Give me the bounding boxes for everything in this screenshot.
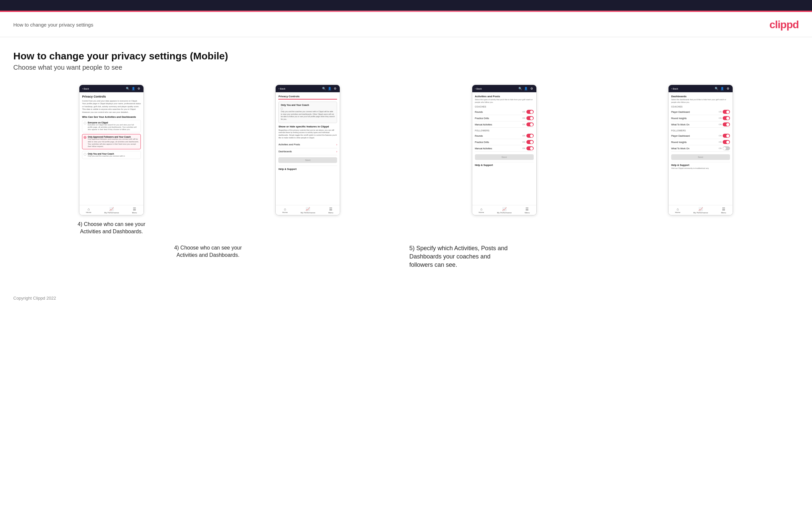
followers-practice-toggle[interactable]	[526, 140, 534, 144]
radio-label-1: Everyone on Clippd	[88, 121, 139, 124]
person-icon-2[interactable]: 👤	[327, 87, 332, 91]
footer-menu-label-2: Menu	[328, 212, 334, 214]
followers-practice-on-label: ON	[522, 141, 525, 143]
caption-1: 4) Choose who can see your Activities an…	[75, 221, 148, 236]
coaches-rounds-row: Rounds ON	[475, 109, 534, 115]
footer-menu-3[interactable]: ☰ Menu	[525, 207, 530, 214]
coaches-round-insights-label: Round Insights	[671, 117, 687, 119]
chart-icon-2: 📈	[306, 207, 310, 211]
settings-icon-3[interactable]: ⚙	[530, 87, 534, 91]
radio-desc-1: Everyone on Clippd can search for you an…	[88, 124, 139, 131]
footer-performance-2[interactable]: 📈 My Performance	[301, 207, 315, 214]
radio-text-3: Only You and Your Coach Only you and the…	[88, 153, 125, 157]
followers-round-insights-on-label: ON	[719, 141, 722, 143]
save-button-2[interactable]: Save	[278, 157, 337, 163]
followers-rounds-toggle[interactable]	[526, 134, 534, 138]
search-icon-4[interactable]: 🔍	[715, 87, 719, 91]
back-label-3: Back	[476, 87, 482, 90]
menu-dashboards[interactable]: Dashboards ›	[278, 148, 337, 155]
followers-player-dashboard-toggle[interactable]	[723, 134, 730, 138]
followers-what-to-work-row: What To Work On ON	[671, 145, 730, 152]
footer-home-2[interactable]: ⌂ Home	[282, 207, 288, 214]
person-icon-3[interactable]: 👤	[524, 87, 528, 91]
settings-icon-4[interactable]: ⚙	[726, 87, 730, 91]
coaches-player-dashboard-toggle[interactable]	[723, 110, 730, 114]
coaches-what-to-work-row: What To Work On ON	[671, 121, 730, 128]
coaches-round-insights-toggle-container: ON	[719, 116, 730, 120]
save-button-3[interactable]: Save	[475, 154, 534, 160]
footer-performance-3[interactable]: 📈 My Performance	[497, 207, 512, 214]
footer-home-label-4: Home	[675, 211, 680, 213]
top-bar	[0, 0, 812, 12]
footer-menu-label-3: Menu	[525, 212, 530, 214]
followers-round-insights-toggle[interactable]	[723, 140, 730, 144]
help-support-label-2: Help & Support	[278, 168, 337, 171]
coaches-practice-toggle[interactable]	[526, 116, 534, 120]
followers-what-to-work-label: What To Work On	[671, 147, 690, 150]
radio-circle-2	[84, 136, 86, 139]
footer-performance-label-4: My Performance	[694, 212, 708, 214]
followers-what-to-work-toggle[interactable]	[723, 146, 730, 150]
copyright-text: Copyright Clippd 2022	[13, 296, 56, 301]
menu-icon-2: ☰	[329, 207, 333, 211]
footer-menu-label-4: Menu	[721, 212, 726, 214]
footer-menu-1[interactable]: ☰ Menu	[132, 207, 137, 214]
footer-menu-4[interactable]: ☰ Menu	[721, 207, 726, 214]
person-icon-4[interactable]: 👤	[720, 87, 724, 91]
footer-home-label-1: Home	[86, 211, 91, 213]
back-button-1[interactable]: ‹ Back	[82, 87, 89, 90]
coaches-round-insights-row: Round Insights ON	[671, 115, 730, 121]
radio-approved[interactable]: Only Approved Followers and Your Coach O…	[82, 134, 141, 149]
search-icon-3[interactable]: 🔍	[518, 87, 522, 91]
radio-circle-1	[84, 122, 86, 124]
footer-performance-4[interactable]: 📈 My Performance	[694, 207, 708, 214]
followers-what-to-work-on-label: ON	[719, 147, 722, 149]
footer-menu-2[interactable]: ☰ Menu	[328, 207, 334, 214]
followers-rounds-toggle-container: ON	[522, 134, 534, 138]
coaches-round-insights-on-label: ON	[719, 117, 722, 119]
person-icon[interactable]: 👤	[131, 87, 135, 91]
coaches-group-label-3: COACHES	[475, 106, 534, 108]
coaches-manual-toggle-container: ON	[522, 122, 534, 126]
coaches-rounds-toggle-container: ON	[522, 110, 534, 114]
arrow-icon-1: ›	[336, 143, 337, 146]
save-button-4[interactable]: Save	[671, 154, 730, 160]
followers-player-dashboard-on-label: ON	[719, 135, 722, 137]
radio-everyone[interactable]: Everyone on Clippd Everyone on Clippd ca…	[82, 120, 141, 132]
phone-mockup-4: ‹ Back 🔍 👤 ⚙ Dashboards Select the dashb…	[668, 84, 733, 215]
coaches-what-to-work-toggle[interactable]	[723, 122, 730, 126]
footer-performance-label-2: My Performance	[301, 212, 315, 214]
search-icon[interactable]: 🔍	[125, 87, 130, 91]
footer-home-1[interactable]: ⌂ Home	[86, 207, 91, 214]
radio-only-you[interactable]: Only You and Your Coach Only you and the…	[82, 151, 141, 159]
phone-footer-1: ⌂ Home 📈 My Performance ☰ Menu	[80, 205, 144, 215]
back-button-3[interactable]: ‹ Back	[475, 87, 482, 90]
coaches-manual-toggle[interactable]	[526, 122, 534, 126]
footer-performance-label-1: My Performance	[104, 212, 119, 214]
home-icon-4: ⌂	[676, 207, 679, 211]
back-button-4[interactable]: ‹ Back	[671, 87, 678, 90]
phone-body-2: Privacy Controls Only You and Your Coach…	[276, 92, 340, 205]
popup-box: Only You and Your Coach Only you and the…	[278, 102, 337, 123]
search-icon-2[interactable]: 🔍	[322, 87, 326, 91]
footer-performance-1[interactable]: 📈 My Performance	[104, 207, 119, 214]
menu-activities[interactable]: Activities and Posts ›	[278, 142, 337, 148]
followers-practice-toggle-container: ON	[522, 140, 534, 144]
followers-player-dashboard-label: Player Dashboard	[671, 135, 690, 137]
coaches-player-dashboard-label: Player Dashboard	[671, 111, 690, 113]
radio-text-1: Everyone on Clippd Everyone on Clippd ca…	[88, 121, 139, 131]
coaches-round-insights-toggle[interactable]	[723, 116, 730, 120]
page-subtitle: Choose what you want people to see	[13, 64, 799, 71]
settings-icon[interactable]: ⚙	[137, 87, 141, 91]
page-title: How to change your privacy settings (Mob…	[13, 50, 799, 62]
settings-icon-2[interactable]: ⚙	[333, 87, 337, 91]
coaches-rounds-toggle[interactable]	[526, 110, 534, 114]
coaches-practice-label: Practice Drills	[475, 117, 489, 119]
phone-body-1: Privacy Controls Control how you and you…	[80, 92, 144, 205]
tab-privacy-controls[interactable]: Privacy Controls	[278, 95, 300, 98]
popup-title: Only You and Your Coach	[281, 104, 335, 106]
followers-manual-toggle[interactable]	[526, 146, 534, 150]
footer-home-4[interactable]: ⌂ Home	[675, 207, 680, 214]
footer-home-3[interactable]: ⌂ Home	[478, 207, 484, 214]
back-button-2[interactable]: ‹ Back	[278, 87, 285, 90]
